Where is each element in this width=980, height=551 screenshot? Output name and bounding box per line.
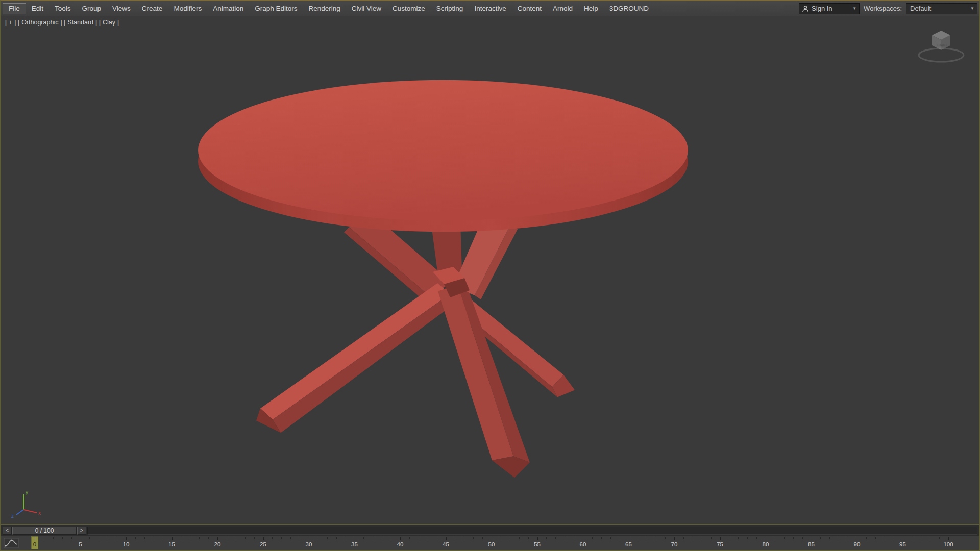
workspaces-dropdown[interactable]: Default ▼ <box>906 3 977 14</box>
viewport-menu-renderer[interactable]: [ Standard ] <box>64 19 97 26</box>
track-bar[interactable]: 0510152025303540455055606570758085909510… <box>1 536 979 550</box>
ruler-frame-label: 40 <box>397 541 404 547</box>
ruler-frame-label: 45 <box>443 541 449 547</box>
ruler-tick <box>254 537 255 539</box>
menu-item-content[interactable]: Content <box>512 3 547 15</box>
ruler-tick <box>428 537 428 539</box>
ruler-tick <box>71 537 72 539</box>
ruler-tick <box>930 537 930 539</box>
ruler-tick <box>300 537 300 539</box>
ruler-tick <box>574 537 574 539</box>
ruler-tick <box>656 537 656 539</box>
menu-item-modifiers[interactable]: Modifiers <box>168 3 207 15</box>
menu-item-graph-editors[interactable]: Graph Editors <box>249 3 303 15</box>
viewcube-front-label: FRONT <box>937 43 947 46</box>
ruler-tick <box>217 537 218 540</box>
ruler-frame-label: 30 <box>306 541 312 547</box>
ruler-tick <box>793 537 794 539</box>
viewport[interactable]: [ + ] [ Orthographic ] [ Standard ] [ Cl… <box>1 16 979 525</box>
ruler-frame-label: 15 <box>168 541 175 547</box>
ruler-tick <box>912 537 912 539</box>
ruler-tick <box>89 537 90 539</box>
axis-tripod-icon: y x z <box>7 487 48 519</box>
menu-item-help[interactable]: Help <box>578 3 604 15</box>
chevron-down-icon: ▼ <box>850 6 859 11</box>
ruler-tick <box>117 537 117 539</box>
mini-curve-editor-button[interactable] <box>4 538 19 548</box>
menu-item-rendering[interactable]: Rendering <box>303 3 346 15</box>
ruler-frame-label: 20 <box>214 541 221 547</box>
sign-in-button[interactable]: Sign In ▼ <box>799 3 860 14</box>
menubar-right: Sign In ▼ Workspaces: Default ▼ <box>799 3 979 14</box>
ruler-tick <box>190 537 190 539</box>
next-frame-button[interactable]: > <box>77 527 86 535</box>
menu-item-edit[interactable]: Edit <box>26 3 49 15</box>
ruler-tick <box>44 537 44 539</box>
ruler-tick <box>510 537 510 539</box>
time-slider: < 0 / 100 > <box>1 525 979 536</box>
ruler-tick <box>519 537 520 539</box>
ruler-tick <box>839 537 839 539</box>
ruler-tick <box>848 537 848 539</box>
menubar: FileEditToolsGroupViewsCreateModifiersAn… <box>1 1 979 16</box>
viewport-menu-pov[interactable]: [ Orthographic ] <box>18 19 62 26</box>
ruler-tick <box>683 537 684 539</box>
menu-item-3dground[interactable]: 3DGROUND <box>604 3 654 15</box>
workspaces-label: Workspaces: <box>864 5 902 12</box>
ruler-frame-label: 50 <box>488 541 495 547</box>
menu-item-create[interactable]: Create <box>136 3 168 15</box>
menu-item-views[interactable]: Views <box>107 3 136 15</box>
ruler-tick <box>592 537 593 539</box>
ruler-tick <box>318 537 318 539</box>
ruler-tick <box>355 537 355 540</box>
ruler-tick <box>135 537 136 539</box>
menu-item-group[interactable]: Group <box>77 3 107 15</box>
ruler-frame-label: 5 <box>79 541 82 547</box>
ruler-tick <box>446 537 447 540</box>
clay-table-model[interactable] <box>1 16 979 524</box>
ruler-frame-label: 25 <box>260 541 266 547</box>
menu-item-arnold[interactable]: Arnold <box>547 3 578 15</box>
ruler-tick <box>482 537 483 539</box>
ruler-tick <box>437 537 437 539</box>
ruler-tick <box>99 537 99 539</box>
time-slider-handle[interactable]: 0 / 100 <box>12 527 77 535</box>
menu-item-interactive[interactable]: Interactive <box>469 3 511 15</box>
viewport-menu-shading[interactable]: [ Clay ] <box>99 19 119 26</box>
ruler-tick <box>775 537 775 539</box>
previous-frame-button[interactable]: < <box>3 527 12 535</box>
ruler-tick <box>766 537 766 540</box>
ruler-frame-label: 100 <box>943 541 953 547</box>
ruler-tick <box>565 537 565 539</box>
ruler-tick <box>35 537 35 540</box>
menu-item-customize[interactable]: Customize <box>387 3 431 15</box>
ruler-tick <box>464 537 464 539</box>
person-icon <box>802 5 809 12</box>
ruler-tick <box>391 537 391 539</box>
ruler-tick <box>181 537 181 539</box>
ruler-frame-label: 10 <box>123 541 130 547</box>
ruler-tick <box>272 537 273 539</box>
ruler-tick <box>610 537 611 539</box>
ruler-tick <box>784 537 785 539</box>
ruler-tick <box>555 537 556 539</box>
ruler-tick <box>747 537 748 539</box>
menu-item-tools[interactable]: Tools <box>49 3 77 15</box>
viewport-menu-plus[interactable]: [ + ] <box>5 19 16 26</box>
menu-item-animation[interactable]: Animation <box>207 3 249 15</box>
time-slider-track[interactable] <box>87 527 977 535</box>
viewcube[interactable]: FRONT <box>911 20 972 73</box>
ruler-tick <box>629 537 629 540</box>
menu-item-scripting[interactable]: Scripting <box>431 3 469 15</box>
ruler-tick <box>866 537 867 539</box>
ruler-tick <box>674 537 675 540</box>
ruler-tick <box>336 537 337 539</box>
ruler-tick <box>263 537 264 540</box>
menu-item-file[interactable]: File <box>3 3 26 14</box>
ruler-frame-label: 95 <box>899 541 906 547</box>
menu-item-civil-view[interactable]: Civil View <box>346 3 387 15</box>
ruler-tick <box>81 537 81 540</box>
ruler-tick <box>501 537 501 539</box>
ruler-tick <box>829 537 830 539</box>
ruler-tick <box>665 537 666 539</box>
